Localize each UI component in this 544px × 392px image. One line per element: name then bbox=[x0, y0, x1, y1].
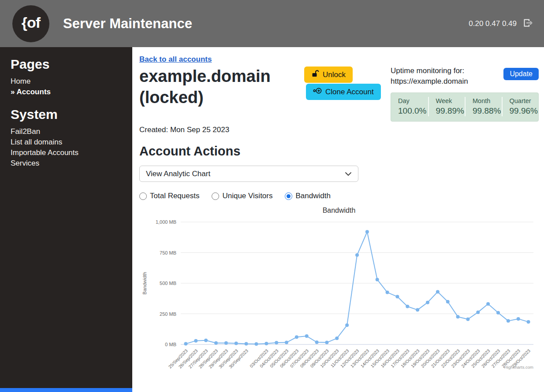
radio-label: Bandwidth bbox=[295, 192, 330, 200]
uptime-stat-label: Day bbox=[398, 97, 428, 105]
bandwidth-chart-svg: Bandwidth0 MB250 MB500 MB750 MB1,000 MBB… bbox=[139, 205, 539, 379]
radio-unique-visitors[interactable]: Unique Visitors bbox=[212, 192, 272, 200]
unlock-button-label: Unlock bbox=[323, 70, 346, 79]
account-action-select-value: View Analytic Chart bbox=[146, 170, 210, 178]
account-action-select[interactable]: View Analytic Chart bbox=[139, 166, 358, 182]
sidebar: Pages Home » Accounts System Fail2Ban Li… bbox=[0, 47, 132, 392]
uptime-stat-value: 99.89% bbox=[436, 105, 465, 116]
radio-icon bbox=[285, 192, 292, 200]
radio-label: Unique Visitors bbox=[222, 192, 272, 200]
radio-icon bbox=[139, 192, 147, 200]
sidebar-heading-pages: Pages bbox=[11, 57, 122, 72]
chart-type-radio-group: Total Requests Unique Visitors Bandwidth bbox=[139, 192, 539, 200]
back-to-accounts-link[interactable]: Back to all accounts bbox=[139, 55, 212, 64]
account-actions-heading: Account Actions bbox=[139, 144, 539, 159]
uptime-stat-quarter: Quarter 99.96% bbox=[502, 97, 539, 116]
unlock-button[interactable]: Unlock bbox=[304, 67, 353, 83]
update-button[interactable]: Update bbox=[503, 68, 539, 80]
page-title: example.domain (locked) bbox=[139, 66, 304, 108]
sidebar-item-fail2ban[interactable]: Fail2Ban bbox=[11, 126, 122, 137]
load-averages: 0.20 0.47 0.49 bbox=[469, 19, 517, 28]
uptime-monitoring-url: https://example.domain bbox=[391, 76, 468, 87]
svg-text:750 MB: 750 MB bbox=[160, 250, 176, 255]
svg-text:1,000 MB: 1,000 MB bbox=[156, 219, 176, 225]
main-content: Back to all accounts example.domain (loc… bbox=[132, 47, 544, 392]
svg-text:250 MB: 250 MB bbox=[160, 311, 176, 317]
sidebar-bottom-strip bbox=[0, 388, 132, 392]
svg-text:Bandwidth: Bandwidth bbox=[323, 207, 356, 214]
uptime-stat-label: Month bbox=[473, 97, 502, 105]
radio-bandwidth[interactable]: Bandwidth bbox=[285, 192, 330, 200]
uptime-stat-value: 100.0% bbox=[398, 105, 428, 116]
uptime-stat-week: Week 99.89% bbox=[428, 97, 465, 116]
logout-icon bbox=[523, 18, 533, 29]
radio-total-requests[interactable]: Total Requests bbox=[139, 192, 199, 200]
bandwidth-chart: Bandwidth0 MB250 MB500 MB750 MB1,000 MBB… bbox=[139, 205, 539, 379]
app-header: {of Server Maintenance 0.20 0.47 0.49 bbox=[0, 0, 544, 47]
clone-button-label: Clone Account bbox=[325, 88, 374, 96]
sidebar-item-services[interactable]: Services bbox=[11, 158, 122, 169]
uptime-stats-table: Day 100.0% Week 99.89% Month 99.88% Quar… bbox=[391, 92, 539, 122]
uptime-stat-label: Week bbox=[436, 97, 465, 105]
app-title: Server Maintenance bbox=[63, 16, 192, 32]
logout-button[interactable] bbox=[523, 18, 533, 29]
clone-account-button[interactable]: Clone Account bbox=[306, 84, 381, 100]
sidebar-item-importable-accounts[interactable]: Importable Accounts bbox=[11, 148, 122, 158]
uptime-stat-month: Month 99.88% bbox=[465, 97, 502, 116]
svg-text:0 MB: 0 MB bbox=[165, 342, 176, 347]
uptime-stat-day: Day 100.0% bbox=[391, 97, 428, 116]
sidebar-item-list-all-domains[interactable]: List all domains bbox=[11, 137, 122, 148]
sidebar-heading-system: System bbox=[11, 107, 122, 122]
svg-text:500 MB: 500 MB bbox=[160, 281, 176, 286]
svg-text:Highcharts.com: Highcharts.com bbox=[504, 365, 533, 370]
uptime-stat-label: Quarter bbox=[510, 97, 539, 105]
uptime-monitoring-text: Uptime monitoring for: https://example.d… bbox=[391, 66, 468, 87]
uptime-stat-value: 99.96% bbox=[510, 105, 539, 116]
app-logo: {of bbox=[12, 5, 49, 42]
svg-text:Bandwidth: Bandwidth bbox=[142, 272, 147, 294]
uptime-stat-value: 99.88% bbox=[473, 105, 502, 116]
chevron-down-icon bbox=[345, 170, 352, 178]
created-date: Created: Mon Sep 25 2023 bbox=[139, 126, 539, 134]
sidebar-item-accounts[interactable]: » Accounts bbox=[11, 87, 122, 97]
clone-icon bbox=[313, 87, 322, 97]
radio-icon bbox=[212, 192, 219, 200]
app-logo-text: {of bbox=[22, 14, 40, 33]
radio-label: Total Requests bbox=[150, 192, 199, 200]
sidebar-item-home[interactable]: Home bbox=[11, 76, 122, 87]
unlock-icon bbox=[311, 70, 319, 80]
uptime-monitoring-line1: Uptime monitoring for: bbox=[391, 66, 468, 76]
